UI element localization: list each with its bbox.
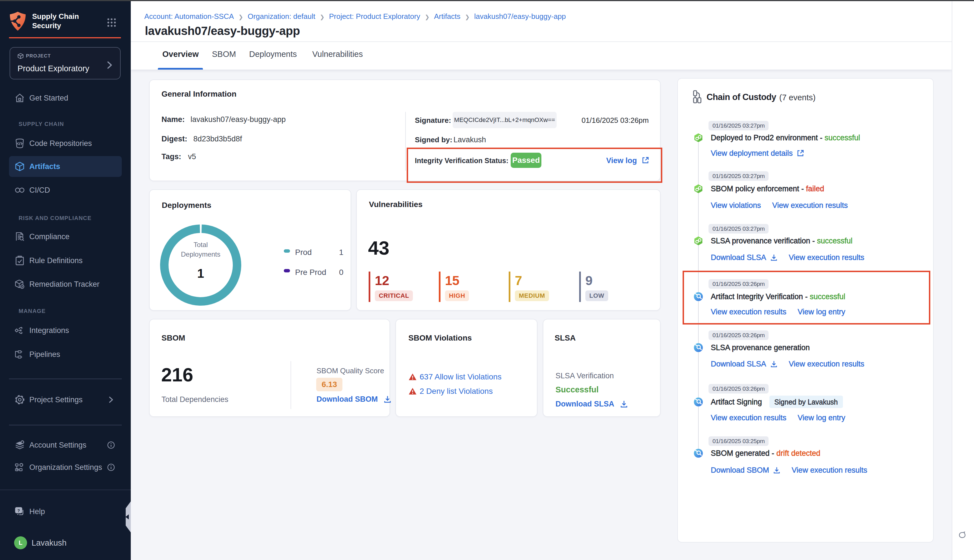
svg-text:?: ? <box>17 508 20 513</box>
